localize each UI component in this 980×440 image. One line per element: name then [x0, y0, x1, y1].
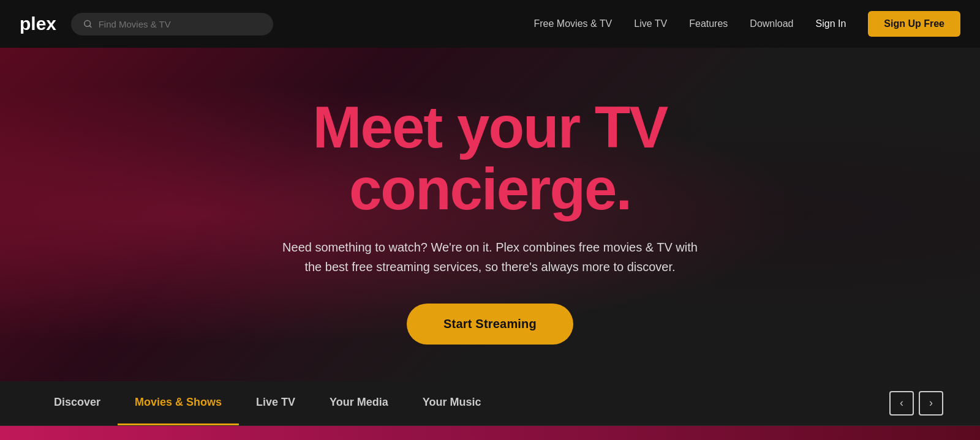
tab-your-music[interactable]: Your Music: [405, 381, 499, 425]
preview-bar: [0, 426, 980, 440]
start-streaming-button[interactable]: Start Streaming: [407, 304, 573, 345]
nav-link-live-tv[interactable]: Live TV: [634, 18, 667, 29]
sign-up-button[interactable]: Sign Up Free: [868, 11, 960, 37]
nav-links: Free Movies & TV Live TV Features Downlo…: [534, 11, 961, 37]
search-input[interactable]: [99, 19, 261, 29]
main-nav: plex Free Movies & TV Live TV Features D…: [0, 0, 980, 48]
hero-subtitle: Need something to watch? We're on it. Pl…: [214, 237, 766, 277]
tabs-next-button[interactable]: ›: [919, 391, 943, 416]
content-tabs: Discover Movies & Shows Live TV Your Med…: [0, 381, 980, 426]
tab-your-media[interactable]: Your Media: [312, 381, 405, 425]
tabs-list: Discover Movies & Shows Live TV Your Med…: [37, 381, 889, 425]
tabs-prev-button[interactable]: ‹: [889, 391, 914, 416]
search-icon: [83, 19, 92, 29]
tab-discover[interactable]: Discover: [37, 381, 118, 425]
tab-movies-shows[interactable]: Movies & Shows: [118, 381, 239, 425]
logo[interactable]: plex: [20, 13, 56, 34]
nav-link-free-movies[interactable]: Free Movies & TV: [534, 18, 612, 29]
tabs-arrows: ‹ ›: [889, 391, 943, 416]
nav-link-download[interactable]: Download: [750, 18, 793, 29]
nav-link-features[interactable]: Features: [689, 18, 728, 29]
sign-in-button[interactable]: Sign In: [816, 18, 846, 29]
hero-title: Meet your TV concierge.: [214, 97, 766, 220]
svg-line-1: [89, 26, 91, 28]
logo-plex-text: plex: [20, 13, 56, 34]
hero-section: Meet your TV concierge. Need something t…: [0, 48, 980, 381]
hero-content: Meet your TV concierge. Need something t…: [214, 97, 766, 345]
search-bar[interactable]: [71, 13, 273, 35]
tab-live-tv[interactable]: Live TV: [239, 381, 312, 425]
